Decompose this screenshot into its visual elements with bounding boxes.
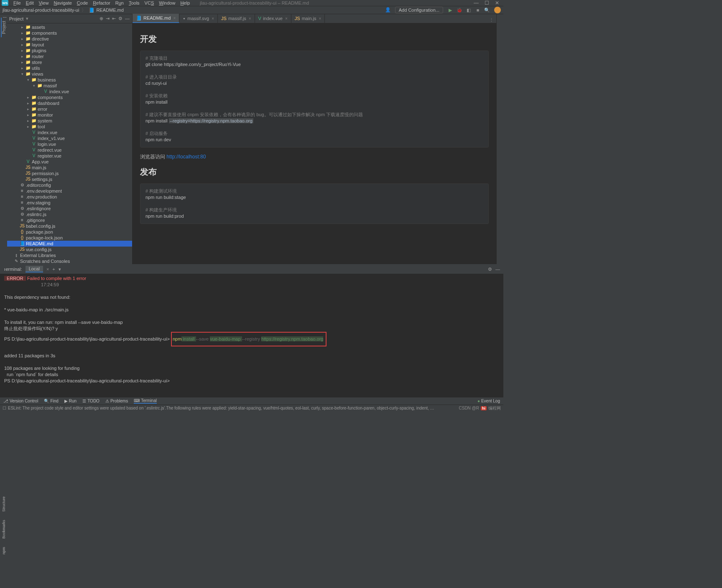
- search-icon[interactable]: 🔍: [483, 6, 491, 14]
- minimize-icon[interactable]: —: [474, 0, 479, 6]
- tree-item--env-production[interactable]: ≡.env.production: [0, 194, 132, 200]
- tree-item-router[interactable]: ▸📁router: [0, 53, 132, 59]
- editor-tab-massif-js[interactable]: JSmassif.js×: [218, 14, 255, 23]
- menu-file[interactable]: File: [11, 0, 23, 5]
- project-tree[interactable]: ▸📁assets▸📁components▸📁directive▸📁layout▸…: [0, 23, 132, 264]
- menu-view[interactable]: View: [36, 0, 51, 5]
- dropdown-icon[interactable]: ▾: [26, 16, 28, 21]
- tab-close-icon[interactable]: ×: [319, 16, 321, 21]
- tree-item-components[interactable]: ▸📁components: [0, 30, 132, 36]
- tree-item-login-vue[interactable]: Vlogin.vue: [0, 141, 132, 147]
- add-configuration-button[interactable]: Add Configuration...: [395, 7, 443, 13]
- tree-item-dashboard[interactable]: ▸📁dashboard: [0, 100, 132, 106]
- terminal-settings-icon[interactable]: ⚙: [488, 267, 492, 272]
- debug-icon[interactable]: 🐞: [455, 6, 464, 14]
- collaborators-icon[interactable]: 👤▾: [385, 7, 392, 13]
- run-icon[interactable]: ▶: [446, 6, 454, 14]
- coverage-icon[interactable]: ◧: [464, 6, 473, 14]
- avatar[interactable]: [494, 7, 501, 13]
- editor-tab-massif-svg[interactable]: ∘massif.svg×: [179, 14, 218, 23]
- tree-item--eslintrc-js[interactable]: ⚙.eslintrc.js: [0, 211, 132, 217]
- tree-item-App-vue[interactable]: VApp.vue: [0, 159, 132, 165]
- terminal-tab-close-icon[interactable]: ×: [46, 267, 49, 272]
- tree-item-business[interactable]: ▾📁business: [0, 77, 132, 83]
- stop-icon[interactable]: ■: [474, 6, 482, 14]
- close-icon[interactable]: ✕: [495, 0, 499, 6]
- tool-event-log[interactable]: ● Event Log: [477, 399, 500, 403]
- menu-window[interactable]: Window: [156, 0, 178, 5]
- tree-item-External-Libraries[interactable]: ⫿External Libraries: [0, 252, 132, 258]
- tree-arrow-icon[interactable]: ▾: [32, 83, 36, 89]
- tree-item-massif[interactable]: ▾📁massif: [0, 83, 132, 89]
- tree-item--env-staging[interactable]: ≡.env.staging: [0, 200, 132, 206]
- tree-arrow-icon[interactable]: ▸: [26, 124, 30, 130]
- tree-item-README-md[interactable]: 📘README.md: [0, 241, 132, 247]
- editor-content[interactable]: 开发 # 克隆项目 git clone https://gitee.com/y_…: [133, 23, 496, 264]
- tree-item--gitignore[interactable]: ≡.gitignore: [0, 217, 132, 223]
- tool-todo[interactable]: ☰ TODO: [82, 399, 99, 403]
- editor-tab-README-md[interactable]: 📘README.md×: [133, 14, 179, 23]
- terminal-tab-local[interactable]: Local: [26, 266, 43, 272]
- tree-item-error[interactable]: ▸📁error: [0, 106, 132, 112]
- tool-terminal[interactable]: ⌨ Terminal: [134, 398, 157, 404]
- terminal-add-icon[interactable]: +: [52, 267, 55, 272]
- tree-arrow-icon[interactable]: ▸: [20, 36, 24, 42]
- tree-arrow-icon[interactable]: ▾: [20, 71, 24, 77]
- tree-item-store[interactable]: ▸📁store: [0, 59, 132, 65]
- tabs-more-icon[interactable]: ⋮: [489, 18, 496, 23]
- tree-arrow-icon[interactable]: ▸: [20, 48, 24, 53]
- tree-arrow-icon[interactable]: ▸: [20, 42, 24, 48]
- tool-problems[interactable]: ⚠ Problems: [105, 399, 128, 403]
- menu-navigate[interactable]: Navigate: [51, 0, 74, 5]
- localhost-link[interactable]: http://localhost:80: [166, 154, 206, 160]
- tree-item--editorconfig[interactable]: ⚙.editorconfig: [0, 182, 132, 188]
- tree-item-monitor[interactable]: ▸📁monitor: [0, 112, 132, 118]
- tab-close-icon[interactable]: ×: [249, 16, 251, 21]
- tab-close-icon[interactable]: ×: [212, 16, 214, 21]
- tree-item-plugins[interactable]: ▸📁plugins: [0, 48, 132, 53]
- menu-tools[interactable]: Tools: [126, 0, 142, 5]
- tree-item-vue-config-js[interactable]: JSvue.config.js: [0, 247, 132, 252]
- settings-icon[interactable]: ⚙: [118, 16, 122, 21]
- tree-arrow-icon[interactable]: ▸: [20, 53, 24, 59]
- tree-item--env-development[interactable]: ≡.env.development: [0, 188, 132, 194]
- tree-arrow-icon[interactable]: ▸: [20, 24, 24, 30]
- tab-close-icon[interactable]: ×: [173, 16, 176, 20]
- terminal-output[interactable]: ERROR Failed to compile with 1 error 17:…: [0, 274, 503, 397]
- terminal-hide-icon[interactable]: —: [495, 267, 500, 272]
- tree-item-babel-config-js[interactable]: JSbabel.config.js: [0, 223, 132, 229]
- tree-arrow-icon[interactable]: ▸: [20, 59, 24, 65]
- maximize-icon[interactable]: ☐: [485, 0, 489, 6]
- menu-refactor[interactable]: Refactor: [90, 0, 113, 5]
- tree-arrow-icon[interactable]: ▸: [26, 100, 30, 106]
- tree-arrow-icon[interactable]: ▸: [20, 30, 24, 36]
- locate-icon[interactable]: ⊕: [99, 16, 103, 21]
- editor-tab-index-vue[interactable]: Vindex.vue×: [255, 14, 291, 23]
- tree-item-main-js[interactable]: JSmain.js: [0, 165, 132, 171]
- tree-arrow-icon[interactable]: ▸: [26, 112, 30, 118]
- tree-item-index-vue[interactable]: Vindex.vue: [0, 130, 132, 135]
- breadcrumb-file[interactable]: README.md: [96, 8, 123, 13]
- tool-run[interactable]: ▶ Run: [64, 399, 77, 403]
- tree-item-tool[interactable]: ▸📁tool: [0, 124, 132, 130]
- tree-item-directive[interactable]: ▸📁directive: [0, 36, 132, 42]
- tree-item-index-vue[interactable]: Vindex.vue: [0, 89, 132, 94]
- tree-arrow-icon[interactable]: ▾: [26, 77, 30, 83]
- tree-item-layout[interactable]: ▸📁layout: [0, 42, 132, 48]
- collapse-icon[interactable]: ⇤: [112, 16, 116, 21]
- expand-icon[interactable]: ⇥: [106, 16, 110, 21]
- tree-item-index-v1-vue[interactable]: Vindex_v1.vue: [0, 135, 132, 141]
- tab-close-icon[interactable]: ×: [285, 16, 288, 21]
- menu-run[interactable]: Run: [113, 0, 126, 5]
- menu-help[interactable]: Help: [178, 0, 192, 5]
- breadcrumb-project[interactable]: jlau-agricultural-product-traceability-u…: [3, 8, 79, 13]
- side-project-tab[interactable]: Project: [1, 18, 6, 37]
- tree-item-Scratches-and-Consoles[interactable]: ✎Scratches and Consoles: [0, 258, 132, 264]
- tree-item-views[interactable]: ▾📁views: [0, 71, 132, 77]
- terminal-dropdown-icon[interactable]: ▾: [59, 267, 61, 272]
- tree-item-assets[interactable]: ▸📁assets: [0, 24, 132, 30]
- tool-version-control[interactable]: ⎇ Version Control: [3, 399, 38, 403]
- tree-item-package-json[interactable]: {}package.json: [0, 229, 132, 235]
- tree-arrow-icon[interactable]: ▸: [26, 94, 30, 100]
- menu-edit[interactable]: Edit: [23, 0, 36, 5]
